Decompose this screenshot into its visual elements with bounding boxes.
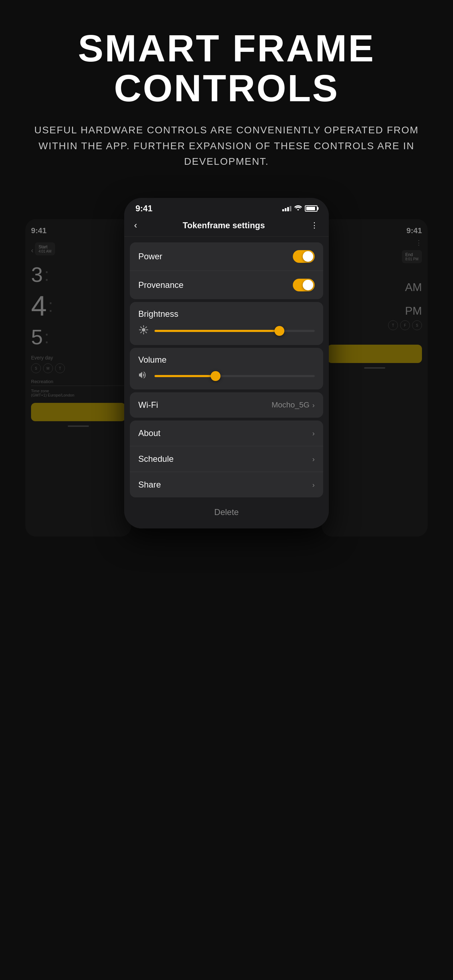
left-recreation: Recreation (31, 379, 126, 384)
left-side-time: 9:41 (31, 226, 126, 235)
wifi-network-name: Mocho_5G (272, 400, 310, 410)
wifi-chevron-icon: › (312, 401, 315, 409)
main-phone: 9:41 (124, 198, 329, 528)
right-am-label: AM (327, 281, 422, 294)
schedule-label: Schedule (138, 454, 173, 464)
brightness-slider-fill (154, 330, 280, 332)
schedule-chevron-icon: › (312, 455, 315, 463)
schedule-menu-row[interactable]: Schedule › (130, 446, 323, 472)
left-numbers: 3 : 4 : 5 : (31, 262, 126, 349)
left-back-arrow: ‹ (31, 246, 33, 254)
volume-section: Volume (130, 348, 323, 390)
hero-section: SMART FRAME CONTROLS USEFUL HARDWARE CON… (0, 28, 453, 170)
left-start-label: Start 4:01 AM (35, 242, 55, 255)
left-bottom-bar (68, 425, 89, 427)
delete-label[interactable]: Delete (214, 507, 238, 517)
svg-line-6 (146, 332, 147, 333)
start-time-text: 4:01 AM (38, 250, 51, 253)
provenance-toggle-knob (303, 280, 313, 290)
volume-slider-thumb[interactable] (211, 371, 221, 381)
svg-point-0 (142, 328, 145, 332)
page-wrapper: SMART FRAME CONTROLS USEFUL HARDWARE CON… (0, 0, 453, 980)
volume-slider-track[interactable] (154, 375, 315, 377)
provenance-toggle-row: Provenance (130, 270, 323, 299)
brightness-slider-thumb[interactable] (275, 326, 285, 336)
power-toggle-knob (303, 251, 313, 262)
battery-icon (305, 205, 318, 212)
left-everyday: Every day (31, 355, 126, 361)
brightness-sun-icon (138, 325, 149, 337)
svg-line-8 (146, 327, 147, 328)
right-side-time: 9:41 (407, 226, 422, 235)
share-label: Share (138, 480, 161, 490)
provenance-label: Provenance (138, 280, 183, 290)
share-menu-row[interactable]: Share › (130, 472, 323, 497)
phone-container: 9:41 ‹ Start 4:01 AM 3 : 4 : 5 (54, 198, 399, 528)
right-yellow-button[interactable] (327, 345, 422, 363)
delete-section: Delete (124, 500, 329, 528)
about-menu-row[interactable]: About › (130, 420, 323, 446)
svg-line-7 (141, 332, 142, 333)
brightness-section: Brightness (130, 302, 323, 345)
power-toggle-row: Power (130, 242, 323, 270)
status-time: 9:41 (135, 204, 153, 213)
wifi-status-icon (294, 205, 302, 212)
volume-speaker-icon (138, 371, 149, 381)
menu-section: About › Schedule › Share › (130, 420, 323, 497)
right-end-label: End 8:01 PM (402, 250, 422, 263)
power-label: Power (138, 251, 162, 261)
brightness-slider-track[interactable] (154, 330, 315, 332)
settings-content: Power Provenance Brightness (124, 242, 329, 528)
hero-subtitle: USEFUL HARDWARE CONTROLS ARE CONVENIENTL… (21, 123, 432, 170)
right-day-circles: T F S (388, 320, 422, 330)
right-pm-label: PM (327, 304, 422, 318)
toggle-section: Power Provenance (130, 242, 323, 299)
wifi-section: Wi-Fi Mocho_5G › (130, 392, 323, 418)
right-side-screen: 9:41 ⋮ End 8:01 PM AM PM T F S (322, 219, 428, 536)
volume-slider-fill (154, 375, 216, 377)
signal-icon (282, 206, 291, 211)
wifi-label: Wi-Fi (138, 400, 158, 410)
status-icons (282, 205, 318, 212)
start-label-text: Start (38, 245, 51, 250)
brightness-title: Brightness (138, 309, 315, 319)
right-bottom-bar (364, 367, 385, 369)
svg-line-5 (141, 327, 142, 328)
left-side-screen: 9:41 ‹ Start 4:01 AM 3 : 4 : 5 (25, 219, 131, 536)
left-timezone-val: (GMT+1) Europe/London (31, 393, 126, 397)
left-day-circles: S M T (31, 363, 126, 373)
hero-title: SMART FRAME CONTROLS (21, 28, 432, 108)
nav-title: Tokenframe settings (183, 221, 265, 231)
nav-back-button[interactable]: ‹ (134, 220, 137, 231)
wifi-row[interactable]: Wi-Fi Mocho_5G › (130, 392, 323, 418)
volume-title: Volume (138, 355, 315, 365)
hero-title-line2: CONTROLS (114, 67, 339, 109)
wifi-value-container: Mocho_5G › (272, 400, 315, 410)
about-chevron-icon: › (312, 430, 315, 438)
hero-title-line1: SMART FRAME (78, 27, 375, 70)
share-chevron-icon: › (312, 481, 315, 489)
status-bar: 9:41 (124, 198, 329, 216)
provenance-toggle[interactable] (293, 279, 315, 291)
left-yellow-button[interactable] (31, 403, 126, 421)
nav-more-button[interactable]: ⋮ (310, 221, 319, 230)
battery-fill (306, 207, 315, 210)
brightness-slider-row (138, 325, 315, 337)
nav-bar: ‹ Tokenframe settings ⋮ (124, 216, 329, 237)
about-label: About (138, 428, 161, 438)
left-timezone: Time zone (31, 389, 126, 393)
volume-slider-row (138, 371, 315, 381)
power-toggle[interactable] (293, 250, 315, 263)
